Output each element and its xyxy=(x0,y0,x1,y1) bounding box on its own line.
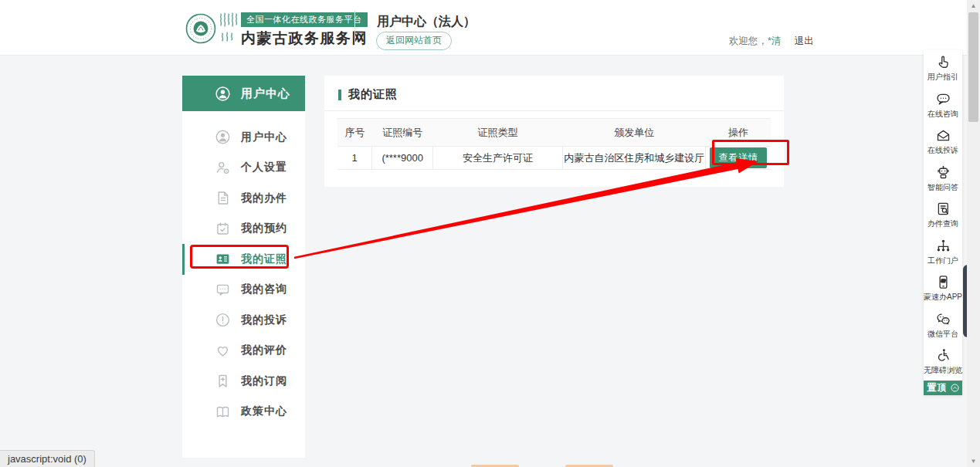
sidebar-item-personal-settings[interactable]: 个人设置 xyxy=(182,153,305,184)
document-search-icon xyxy=(935,201,951,217)
envelope-icon xyxy=(935,127,951,144)
section-title: 我的证照 xyxy=(348,87,398,102)
site-name: 内蒙古政务服务网 xyxy=(241,29,368,49)
toolbar-item-online-complaint[interactable]: 在线投诉 xyxy=(924,124,962,161)
hand-pointer-icon xyxy=(935,54,951,70)
sidebar-item-my-applications[interactable]: 我的办件 xyxy=(182,183,305,214)
sidebar-item-user-center[interactable]: 用户中心 xyxy=(182,122,305,153)
table-row: 1 (****9000 安全生产许可证 内蒙古自治区住房和城乡建设厅 查看详情 xyxy=(337,147,771,170)
scrollbar-down-arrow-icon[interactable]: ▼ xyxy=(967,458,980,465)
user-circle-icon xyxy=(215,86,231,102)
main-panel: 我的证照 序号 证照编号 证照类型 颁发单位 操作 1 (****9000 安全… xyxy=(324,76,784,187)
annotation-arrow xyxy=(0,0,980,467)
toolbar-item-online-consult[interactable]: 在线咨询 xyxy=(924,87,962,124)
wechat-icon xyxy=(935,311,951,327)
wheelchair-icon xyxy=(935,347,951,364)
heart-icon xyxy=(215,343,231,359)
view-details-button[interactable]: 查看详情 xyxy=(710,147,767,168)
logout-link[interactable]: 退出 xyxy=(795,36,814,46)
scrollbar-up-arrow-icon[interactable]: ▲ xyxy=(967,2,980,9)
alert-circle-icon xyxy=(215,312,231,328)
header-divider xyxy=(354,11,355,45)
calendar-check-icon xyxy=(215,221,231,237)
page-viewport: 全国一体化在线政务服务平台 内蒙古政务服务网 用户中心（法人） 返回网站首页 欢… xyxy=(0,0,980,467)
svg-text:APP: APP xyxy=(941,279,945,283)
col-header-cert-no: 证照编号 xyxy=(372,119,433,147)
sidebar-header-label: 用户中心 xyxy=(241,86,290,101)
welcome-prefix: 欢迎您， xyxy=(729,36,768,46)
section-header: 我的证照 xyxy=(324,76,784,111)
table-header-row: 序号 证照编号 证照类型 颁发单位 操作 xyxy=(337,119,771,147)
sitemap-icon xyxy=(935,238,951,254)
bookmark-plus-icon xyxy=(215,373,231,389)
circle-chevron-up-icon xyxy=(951,384,959,392)
back-home-button[interactable]: 返回网站首页 xyxy=(376,32,452,50)
sidebar-item-my-appointments[interactable]: 我的预约 xyxy=(182,214,305,245)
sidebar-menu: 用户中心 个人设置 我的办件 xyxy=(182,111,305,427)
toolbar-item-application-query[interactable]: 办件查询 xyxy=(924,197,962,234)
cell-index: 1 xyxy=(337,147,372,170)
site-logo[interactable]: 全国一体化在线政务服务平台 内蒙古政务服务网 xyxy=(185,12,368,49)
user-circle-icon xyxy=(215,129,231,145)
certificates-table: 序号 证照编号 证照类型 颁发单位 操作 1 (****9000 安全生产许可证… xyxy=(337,118,771,170)
top-header: 全国一体化在线政务服务平台 内蒙古政务服务网 用户中心（法人） 返回网站首页 欢… xyxy=(0,0,980,56)
chat-bubble-icon xyxy=(935,91,951,107)
mobile-app-icon: APP xyxy=(935,274,951,290)
sidebar-item-my-certificates[interactable]: 我的证照 xyxy=(182,244,305,275)
cell-cert-no: (****9000 xyxy=(372,147,433,170)
document-icon xyxy=(215,190,231,206)
robot-icon xyxy=(935,164,951,181)
toolbar-item-accessible-browsing[interactable]: 无障碍浏览 xyxy=(924,343,962,381)
scrollbar-thumb[interactable] xyxy=(968,12,978,122)
cell-action: 查看详情 xyxy=(706,147,771,170)
toolbar-item-user-guide[interactable]: 用户指引 xyxy=(924,50,962,87)
sidebar-item-my-complaints[interactable]: 我的投诉 xyxy=(182,305,305,336)
toolbar-item-mengsuban-app[interactable]: APP 蒙速办APP xyxy=(924,270,962,307)
col-header-cert-type: 证照类型 xyxy=(432,119,562,147)
sidebar-item-my-subscriptions[interactable]: 我的订阅 xyxy=(182,366,305,397)
toolbar-item-work-portal[interactable]: 工作门户 xyxy=(924,234,962,271)
platform-badge: 全国一体化在线政务服务平台 xyxy=(241,12,368,27)
username: *清 xyxy=(768,36,781,46)
section-accent-bar xyxy=(338,90,341,100)
mongolian-script xyxy=(218,12,238,46)
chat-dots-icon xyxy=(215,282,231,298)
col-header-issuer: 颁发单位 xyxy=(563,119,706,147)
cell-cert-type: 安全生产许可证 xyxy=(432,147,562,170)
sidebar-item-my-consultations[interactable]: 我的咨询 xyxy=(182,275,305,306)
id-card-icon xyxy=(215,251,231,267)
toolbar-item-smart-qa[interactable]: 智能问答 xyxy=(924,161,962,198)
open-book-icon xyxy=(215,404,231,420)
col-header-action: 操作 xyxy=(706,119,771,147)
float-toolbar: 用户指引 在线咨询 在线投诉 xyxy=(924,50,962,395)
col-header-index: 序号 xyxy=(337,119,372,147)
sidebar-header: 用户中心 xyxy=(182,76,305,111)
government-emblem-icon xyxy=(185,13,216,44)
page-title: 用户中心（法人） xyxy=(377,14,476,30)
cell-issuer: 内蒙古自治区住房和城乡建设厅 xyxy=(563,147,706,170)
sidebar: 用户中心 用户中心 个人设置 xyxy=(182,76,305,458)
sidebar-item-policy-center[interactable]: 政策中心 xyxy=(182,397,305,428)
sidebar-item-my-evaluations[interactable]: 我的评价 xyxy=(182,336,305,367)
back-to-top-button[interactable]: 置顶 xyxy=(924,381,962,395)
vertical-scrollbar[interactable]: ▲ ▼ xyxy=(967,0,980,467)
link-status-tooltip: javascript:void (0) xyxy=(0,450,95,467)
toolbar-item-wechat-platform[interactable]: 微信平台 xyxy=(924,307,962,344)
user-gear-icon xyxy=(215,160,231,176)
brand-block: 全国一体化在线政务服务平台 内蒙古政务服务网 xyxy=(241,12,368,49)
welcome-text: 欢迎您，*清 退出 xyxy=(729,35,814,48)
